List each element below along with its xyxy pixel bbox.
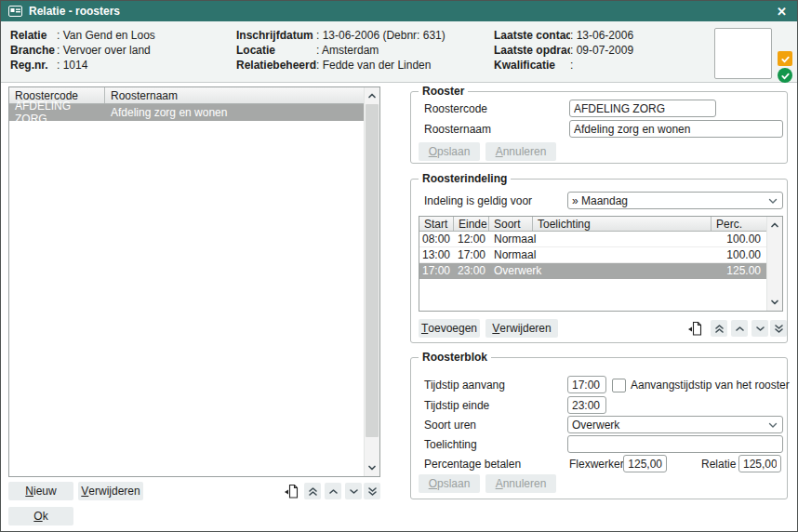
roosternaam-label: Roosternaam <box>424 123 491 136</box>
roosterblok-group: Roosterblok Tijdstip aanvang Aanvangstij… <box>410 357 788 499</box>
indeling-row[interactable]: 13:00 17:00 Normaal 100.00 <box>419 247 766 263</box>
header-col-1: Relatie: Van Gend en Loos Branche: Vervo… <box>10 28 155 73</box>
percentage-betalen-label: Percentage betalen <box>424 458 521 471</box>
soort-uren-dropdown[interactable]: Overwerk <box>567 416 783 433</box>
scroll-down-icon[interactable] <box>767 295 782 310</box>
soort-cell: Normaal <box>489 248 533 261</box>
nieuw-button[interactable]: Nieuw <box>8 482 73 500</box>
new-record-icon[interactable] <box>283 483 299 499</box>
close-icon[interactable]: ✕ <box>774 5 790 19</box>
ok-button[interactable]: Ok <box>8 507 73 525</box>
field-value: : 1014 <box>57 59 87 72</box>
indeling-geldig-label: Indeling is geldig voor <box>424 194 532 207</box>
toelichting-label: Toelichting <box>424 438 477 451</box>
verwijderen-button[interactable]: Verwijderen <box>78 482 143 500</box>
header-col-2: Inschrijfdatum: 13-06-2006 (Debnr: 631) … <box>236 28 446 73</box>
soort-cell: Overwerk <box>489 264 533 277</box>
roosterblok-group-title: Roosterblok <box>419 351 491 364</box>
roster-list: Roostercode Roosternaam AFDELING ZORG Af… <box>8 86 380 477</box>
geldig-voor-dropdown[interactable]: » Maandag <box>567 192 783 209</box>
field-value: : <box>570 59 573 72</box>
roosterindeling-group-title: Roosterindeling <box>419 172 511 185</box>
perc-cell: 125.00 <box>712 264 765 277</box>
field-label: Kwalificatie <box>494 58 570 73</box>
indeling-verwijderen-button[interactable]: Verwijderen <box>485 319 558 338</box>
rooster-annuleren-button: Annuleren <box>485 142 556 161</box>
move-down-icon[interactable] <box>751 320 768 337</box>
roster-list-scrollbar[interactable] <box>364 87 379 476</box>
column-header-toelichting[interactable]: Toelichting <box>533 217 712 231</box>
relatie-roosters-dialog: Relatie - roosters ✕ Relatie: Van Gend e… <box>0 0 798 532</box>
new-record-icon[interactable] <box>686 320 702 337</box>
indeling-row-selected[interactable]: 17:00 23:00 Overwerk 125.00 <box>419 263 766 279</box>
roostercode-input[interactable] <box>569 100 716 117</box>
perc-cell: 100.00 <box>712 248 765 261</box>
tijdstip-einde-input[interactable] <box>567 396 606 414</box>
aanvangstijdstip-checkbox[interactable] <box>612 379 626 392</box>
field-label: Branche <box>10 43 57 58</box>
field-value: : 13-06-2006 (Debnr: 631) <box>316 29 446 42</box>
move-last-icon[interactable] <box>770 320 787 337</box>
move-down-icon[interactable] <box>345 483 362 499</box>
field-value: : Van Gend en Loos <box>57 29 155 42</box>
soort-uren-label: Soort uren <box>424 419 476 432</box>
move-first-icon[interactable] <box>711 320 727 337</box>
roosternaam-input[interactable] <box>569 120 783 138</box>
blok-annuleren-button: Annuleren <box>485 474 556 493</box>
roster-code-cell: AFDELING ZORG <box>9 100 105 126</box>
rooster-group: Rooster Roostercode Roosternaam Opslaan … <box>410 91 788 164</box>
indeling-row[interactable]: 08:00 12:00 Normaal 100.00 <box>419 232 766 247</box>
roster-list-row[interactable]: AFDELING ZORG Afdeling zorg en wonen <box>9 104 364 121</box>
chevron-down-icon <box>767 195 778 206</box>
status-orange-check-icon[interactable] <box>778 51 792 66</box>
roostercode-label: Roostercode <box>424 102 487 115</box>
column-header-roosternaam[interactable]: Roosternaam <box>105 87 364 103</box>
relatie-percentage-input[interactable] <box>738 455 781 472</box>
tijdstip-aanvang-input[interactable] <box>567 376 606 393</box>
soort-cell: Normaal <box>489 233 533 246</box>
field-value: : Vervoer over land <box>57 44 151 57</box>
field-value: : Fedde van der Linden <box>316 59 431 72</box>
field-value: : 09-07-2009 <box>570 44 633 57</box>
toevoegen-button[interactable]: Toevoegen <box>419 319 480 338</box>
indeling-table: Start Einde Soort Toelichting Perc. 08:0… <box>419 216 783 312</box>
field-label: Laatste opdrach <box>494 43 570 58</box>
roosterindeling-group: Roosterindeling Indeling is geldig voor … <box>410 179 788 343</box>
move-up-icon[interactable] <box>325 483 341 499</box>
move-last-icon[interactable] <box>364 483 380 499</box>
column-header-perc[interactable]: Perc. <box>712 217 765 231</box>
move-up-icon[interactable] <box>731 320 748 337</box>
field-label: Locatie <box>236 43 316 58</box>
aanvangstijdstip-checkbox-label: Aanvangstijdstip van het rooster <box>631 379 790 392</box>
relatie-label: Relatie <box>701 458 736 471</box>
einde-cell: 12:00 <box>454 233 489 246</box>
column-header-start[interactable]: Start <box>419 217 454 231</box>
rooster-group-title: Rooster <box>419 85 468 98</box>
toelichting-input[interactable] <box>567 435 783 453</box>
blok-opslaan-button: Opslaan <box>419 474 480 493</box>
tijdstip-aanvang-label: Tijdstip aanvang <box>424 379 505 392</box>
move-first-icon[interactable] <box>304 483 321 499</box>
flexwerker-percentage-input[interactable] <box>623 455 667 472</box>
window-title: Relatie - roosters <box>29 5 774 18</box>
relation-header: Relatie: Van Gend en Loos Branche: Vervo… <box>1 21 797 83</box>
field-label: Relatie <box>10 28 57 43</box>
status-green-check-icon[interactable] <box>778 68 792 83</box>
relation-photo-placeholder <box>714 28 772 79</box>
scroll-up-icon[interactable] <box>365 88 379 103</box>
field-label: Laatste contact <box>494 28 570 43</box>
indeling-table-scrollbar[interactable] <box>766 217 782 311</box>
scroll-up-icon[interactable] <box>767 218 782 233</box>
geldig-voor-value: » Maandag <box>572 194 767 207</box>
roster-name-cell: Afdeling zorg en wonen <box>105 106 364 119</box>
field-label: Reg.nr. <box>10 58 57 73</box>
scrollbar-thumb[interactable] <box>366 104 379 437</box>
column-header-soort[interactable]: Soort <box>489 217 533 231</box>
header-col-3: Laatste contact: 13-06-2006 Laatste opdr… <box>494 28 633 73</box>
rooster-opslaan-button: Opslaan <box>419 142 480 161</box>
window-card-icon <box>8 6 22 17</box>
indeling-table-header: Start Einde Soort Toelichting Perc. <box>419 217 766 232</box>
column-header-einde[interactable]: Einde <box>454 217 489 231</box>
start-cell: 08:00 <box>419 233 454 246</box>
scroll-down-icon[interactable] <box>365 460 379 475</box>
